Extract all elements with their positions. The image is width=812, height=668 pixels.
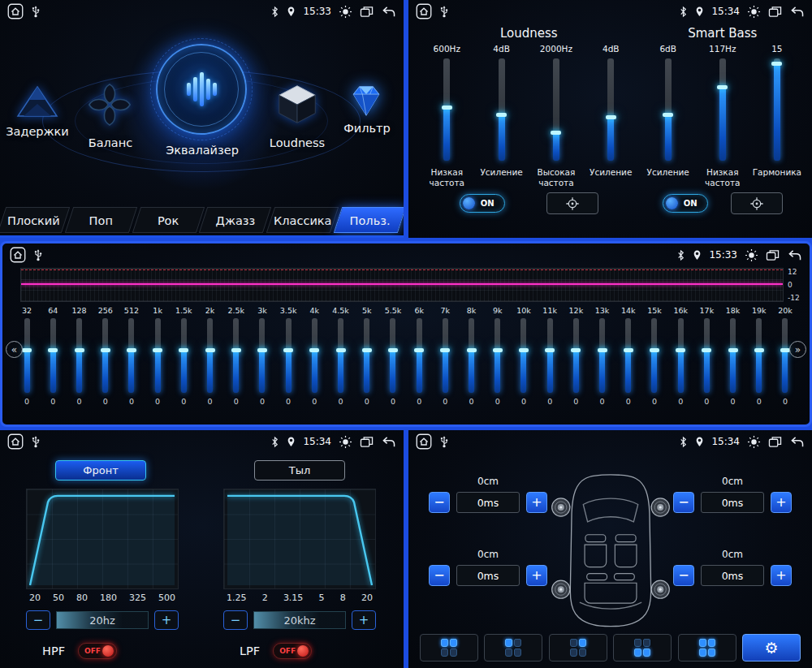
delay-minus-button[interactable]: − [673, 492, 694, 513]
eq-band-slider[interactable] [625, 318, 631, 393]
smart-bass-reset-button[interactable] [731, 192, 783, 214]
delay-plus-button[interactable]: + [771, 565, 792, 586]
delay-plus-button[interactable]: + [526, 565, 547, 586]
eq-band-slider[interactable] [678, 318, 684, 393]
loudness-slider[interactable] [607, 58, 614, 161]
delay-plus-button[interactable]: + [526, 492, 547, 513]
delay-settings-button[interactable]: ⚙ [742, 634, 801, 662]
lpf-toggle[interactable]: OFF [273, 643, 312, 659]
eq-band-slider[interactable] [76, 318, 82, 393]
hpf-minus-button[interactable]: − [26, 610, 50, 630]
brightness-icon[interactable] [339, 435, 352, 449]
home-icon[interactable] [416, 3, 432, 19]
preset-seat-passenger-button[interactable] [549, 634, 607, 662]
smart-bass-slider[interactable] [719, 58, 726, 161]
eq-band-slider[interactable] [443, 318, 448, 393]
screenshot-icon[interactable] [768, 6, 782, 18]
delay-minus-button[interactable]: − [673, 565, 694, 586]
back-icon[interactable] [381, 436, 396, 448]
balance-menu-icon[interactable] [84, 80, 135, 133]
eq-band-slider[interactable] [390, 318, 395, 393]
preset-tab[interactable]: Поп [67, 205, 135, 235]
home-icon[interactable] [416, 433, 432, 450]
preset-tab[interactable]: Рок [135, 205, 202, 235]
eq-band-slider[interactable] [181, 318, 187, 393]
back-icon[interactable] [381, 6, 396, 18]
eq-band-slider[interactable] [364, 318, 369, 393]
loudness-slider[interactable] [553, 58, 559, 161]
hpf-toggle[interactable]: OFF [78, 643, 117, 659]
delays-menu-label[interactable]: Задержки [6, 125, 69, 138]
brightness-icon[interactable] [339, 5, 352, 19]
home-icon[interactable] [10, 247, 26, 263]
screenshot-icon[interactable] [360, 6, 374, 18]
delay-minus-button[interactable]: − [429, 492, 450, 513]
eq-band-slider[interactable] [651, 318, 657, 393]
eq-band-slider[interactable] [599, 318, 605, 393]
eq-band-slider[interactable] [520, 318, 526, 393]
eq-band-slider[interactable] [469, 318, 474, 393]
eq-band-slider[interactable] [417, 318, 422, 393]
back-icon[interactable] [789, 436, 805, 448]
preset-tab[interactable]: Плоский [0, 205, 67, 235]
home-icon[interactable] [7, 433, 24, 450]
tab-rear[interactable]: Тыл [254, 460, 345, 481]
preset-tab[interactable]: Польз. [336, 205, 404, 235]
brightness-icon[interactable] [745, 248, 758, 262]
filter-menu-icon[interactable] [344, 83, 388, 123]
loudness-slider[interactable] [443, 58, 450, 161]
lpf-minus-button[interactable]: − [223, 610, 248, 630]
eq-band-slider[interactable] [338, 318, 343, 393]
eq-band-slider[interactable] [286, 318, 292, 393]
eq-band-slider[interactable] [573, 318, 579, 393]
loudness-on-toggle[interactable]: ON [460, 194, 505, 213]
hpf-plus-button[interactable]: + [154, 610, 179, 630]
eq-band-slider[interactable] [102, 318, 108, 393]
loudness-reset-button[interactable] [546, 192, 598, 214]
preset-seats-front-pair-button[interactable] [420, 634, 478, 662]
delay-minus-button[interactable]: − [429, 565, 450, 586]
eq-band-slider[interactable] [259, 318, 265, 393]
filter-menu-label[interactable]: Фильтр [343, 122, 390, 135]
delay-plus-button[interactable]: + [771, 492, 792, 513]
eq-band-slider[interactable] [730, 318, 736, 393]
lpf-plus-button[interactable]: + [352, 610, 376, 630]
eq-band-slider[interactable] [207, 318, 213, 393]
screenshot-icon[interactable] [360, 436, 374, 448]
loudness-menu-icon[interactable] [273, 80, 322, 131]
eq-band-slider[interactable] [50, 318, 56, 393]
hpf-frequency-slider[interactable]: 20hz [56, 611, 149, 629]
preset-tab[interactable]: Джазз [201, 205, 269, 235]
preset-seat-driver-button[interactable] [484, 634, 542, 662]
brightness-icon[interactable] [747, 5, 761, 19]
eq-band-slider[interactable] [155, 318, 161, 393]
eq-band-slider[interactable] [24, 318, 30, 393]
eq-band-slider[interactable] [495, 318, 500, 393]
preset-seats-rear-button[interactable] [613, 634, 672, 662]
screenshot-icon[interactable] [768, 436, 782, 448]
eq-band-slider[interactable] [312, 318, 317, 393]
smart-bass-on-toggle[interactable]: ON [663, 194, 708, 213]
eq-band-slider[interactable] [704, 318, 710, 393]
equalizer-menu-icon[interactable] [156, 44, 247, 135]
eq-band-slider[interactable] [782, 318, 788, 393]
eq-band-slider[interactable] [128, 318, 134, 393]
smart-bass-slider[interactable] [774, 58, 780, 161]
back-icon[interactable] [787, 249, 802, 261]
home-icon[interactable] [7, 3, 24, 19]
balance-menu-label[interactable]: Баланс [89, 136, 132, 149]
delays-menu-icon[interactable] [15, 83, 60, 123]
lpf-frequency-slider[interactable]: 20khz [253, 611, 346, 629]
eq-band-slider[interactable] [756, 318, 762, 393]
preset-tab[interactable]: Классика [269, 205, 336, 235]
smart-bass-slider[interactable] [665, 58, 672, 161]
eq-band-slider[interactable] [547, 318, 553, 393]
loudness-slider[interactable] [499, 58, 505, 161]
screenshot-icon[interactable] [766, 249, 780, 261]
equalizer-menu-label[interactable]: Эквалайзер [166, 144, 239, 157]
loudness-menu-label[interactable]: Loudness [270, 136, 325, 149]
eq-band-slider[interactable] [233, 318, 239, 393]
brightness-icon[interactable] [747, 435, 761, 449]
tab-front[interactable]: Фронт [55, 460, 146, 481]
back-icon[interactable] [789, 6, 805, 18]
